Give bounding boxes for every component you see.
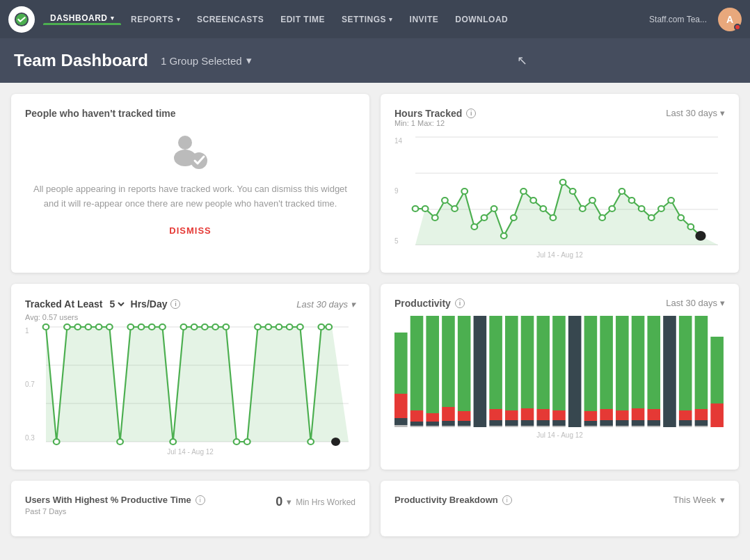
svg-point-22 xyxy=(550,215,557,221)
svg-point-51 xyxy=(138,324,145,330)
svg-rect-94 xyxy=(489,420,502,426)
svg-point-46 xyxy=(86,324,92,330)
svg-point-34 xyxy=(668,198,674,203)
productivity-breakdown-card: Productivity Breakdown i This Week ▾ xyxy=(381,481,739,536)
info-icon[interactable]: i xyxy=(502,495,512,505)
svg-point-19 xyxy=(520,189,527,194)
svg-rect-132 xyxy=(647,426,660,427)
account-name[interactable]: Staff.com Tea... xyxy=(649,15,707,24)
svg-rect-107 xyxy=(536,426,550,427)
svg-rect-123 xyxy=(616,420,629,426)
svg-point-65 xyxy=(287,324,293,330)
tracked-unit: Hrs/Day i xyxy=(131,298,181,310)
svg-point-24 xyxy=(570,189,576,194)
svg-rect-102 xyxy=(521,420,534,426)
threshold-select[interactable]: 512346 xyxy=(107,298,127,310)
page-header: Team Dashboard 1 Group Selected ▾ ↖ xyxy=(0,38,750,83)
svg-point-70 xyxy=(331,438,340,446)
svg-point-50 xyxy=(127,324,134,330)
svg-point-15 xyxy=(481,215,488,221)
chevron-down-icon[interactable]: ▾ xyxy=(287,497,292,507)
svg-rect-91 xyxy=(474,316,487,427)
svg-rect-112 xyxy=(568,316,582,427)
group-selector[interactable]: 1 Group Selected ▾ xyxy=(161,54,252,67)
svg-point-16 xyxy=(491,206,497,211)
nav-item-reports[interactable]: REPORTS ▾ xyxy=(124,15,187,24)
svg-rect-108 xyxy=(552,316,566,410)
nav-item-edit-time[interactable]: EDIT TIME xyxy=(273,15,332,24)
svg-point-56 xyxy=(191,324,198,330)
svg-rect-127 xyxy=(632,420,645,426)
svg-point-21 xyxy=(540,206,546,211)
nav-logo[interactable] xyxy=(8,6,35,33)
svg-point-26 xyxy=(589,198,596,203)
svg-rect-110 xyxy=(552,420,566,426)
svg-rect-77 xyxy=(410,422,424,426)
tracked-date-range[interactable]: Last 30 days ▾ xyxy=(296,299,356,310)
tracked-at-least-card: Tracked At Least 512346 Hrs/Day i Last 3… xyxy=(11,284,369,470)
nav-item-settings[interactable]: SETTINGS ▾ xyxy=(335,15,400,24)
svg-rect-85 xyxy=(442,421,455,426)
svg-rect-125 xyxy=(632,316,645,408)
svg-rect-92 xyxy=(489,316,502,409)
svg-point-25 xyxy=(580,206,586,211)
productivity-date-range[interactable]: Last 30 days ▾ xyxy=(666,298,725,308)
hours-date-range[interactable]: Last 30 days ▾ xyxy=(666,108,725,118)
info-icon[interactable]: i xyxy=(466,109,476,118)
svg-rect-84 xyxy=(442,407,455,421)
nav-active-underline xyxy=(43,23,121,25)
info-icon[interactable]: i xyxy=(196,495,205,505)
svg-rect-72 xyxy=(394,394,408,418)
svg-point-44 xyxy=(64,324,70,330)
info-icon[interactable]: i xyxy=(455,298,465,308)
nav-item-dashboard[interactable]: DASHBOARD ▾ xyxy=(43,13,121,25)
svg-point-57 xyxy=(202,324,208,330)
svg-rect-73 xyxy=(394,418,408,425)
svg-rect-121 xyxy=(616,316,629,410)
cursor-indicator: ↖ xyxy=(517,53,527,68)
tracked-date-label: Jul 14 - Aug 12 xyxy=(167,448,214,456)
svg-point-66 xyxy=(297,324,303,330)
user-avatar[interactable]: A xyxy=(718,8,742,31)
svg-rect-124 xyxy=(616,426,629,427)
svg-point-18 xyxy=(511,215,517,221)
svg-rect-93 xyxy=(489,409,502,420)
svg-point-27 xyxy=(599,215,605,221)
svg-rect-81 xyxy=(426,422,439,426)
svg-rect-100 xyxy=(521,316,534,408)
dismiss-button[interactable]: DISMISS xyxy=(169,225,211,236)
svg-rect-122 xyxy=(616,410,629,420)
svg-point-37 xyxy=(696,232,705,240)
svg-rect-114 xyxy=(584,411,598,421)
productivity-chart-svg xyxy=(394,316,725,427)
svg-point-68 xyxy=(319,324,325,330)
productivity-title: Productivity i xyxy=(394,298,465,309)
svg-point-45 xyxy=(74,324,81,330)
hours-tracked-title: Hours Tracked i xyxy=(394,108,476,119)
svg-rect-76 xyxy=(410,410,424,422)
app-wrapper: DASHBOARD ▾ REPORTS ▾ SCREENCASTS EDIT T… xyxy=(0,0,750,547)
svg-rect-136 xyxy=(679,420,692,426)
svg-rect-88 xyxy=(458,411,471,421)
breakdown-date-right[interactable]: This Week ▾ xyxy=(673,495,725,505)
svg-point-17 xyxy=(501,233,507,239)
svg-point-69 xyxy=(326,324,332,330)
chevron-down-icon: ▾ xyxy=(177,16,181,23)
hours-tracked-subtitle: Min: 1 Max: 12 xyxy=(394,119,476,127)
svg-rect-79 xyxy=(426,316,439,413)
users-title-block: Users With Highest % Productive Time i P… xyxy=(25,495,205,515)
svg-point-8 xyxy=(413,206,419,211)
svg-rect-129 xyxy=(647,316,660,409)
svg-point-67 xyxy=(308,439,314,445)
chevron-down-icon: ▾ xyxy=(246,54,252,67)
productivity-breakdown-header: Productivity Breakdown i This Week ▾ xyxy=(394,495,725,505)
avatar-status-dot xyxy=(734,24,741,31)
nav-item-invite[interactable]: INVITE xyxy=(403,15,446,24)
nav-item-download[interactable]: DOWNLOAD xyxy=(448,15,515,24)
nav-item-screencasts[interactable]: SCREENCASTS xyxy=(190,15,271,24)
svg-rect-141 xyxy=(695,426,708,427)
svg-rect-78 xyxy=(410,426,424,427)
info-icon[interactable]: i xyxy=(170,299,180,309)
svg-point-47 xyxy=(96,324,102,330)
svg-rect-99 xyxy=(505,426,518,427)
